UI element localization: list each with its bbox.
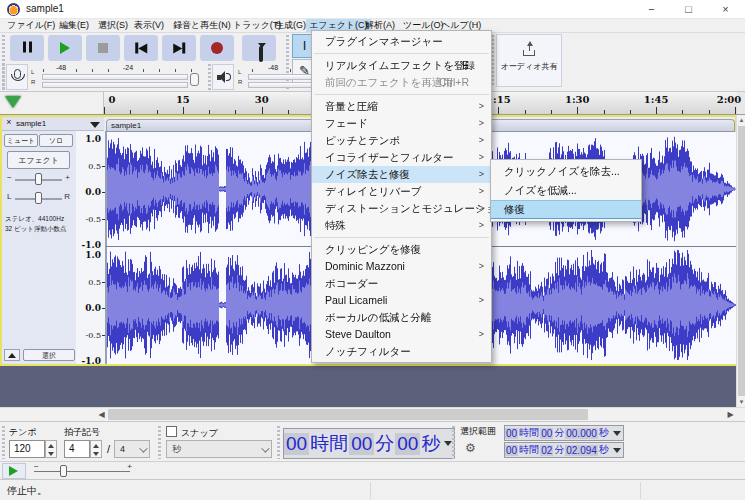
- menu-item[interactable]: 修復: [491, 200, 641, 219]
- end-minutes[interactable]: 02: [540, 445, 553, 456]
- loop-button[interactable]: [242, 35, 276, 61]
- play-meter-button[interactable]: [212, 64, 234, 90]
- selection-range-grip[interactable]: [452, 426, 455, 459]
- menu-view[interactable]: 表示(V): [131, 19, 167, 32]
- menu-generate[interactable]: 生成(G): [272, 19, 309, 32]
- play-at-speed-button[interactable]: [2, 463, 26, 479]
- effects-button[interactable]: エフェクト: [7, 151, 70, 169]
- menu-item[interactable]: 音量と圧縮 >: [312, 98, 491, 115]
- record-button[interactable]: [200, 35, 234, 61]
- minimize-button[interactable]: −: [633, 0, 670, 19]
- time-signature-spinner[interactable]: [90, 440, 102, 458]
- scroll-left-arrow[interactable]: ◀: [95, 408, 108, 421]
- scroll-right-arrow[interactable]: ▶: [724, 408, 737, 421]
- menu-item[interactable]: 前回のエフェクトを再適用 Ctrl+R: [312, 74, 491, 91]
- gain-slider[interactable]: − +: [7, 172, 70, 188]
- vertical-scale-ruler[interactable]: 1.00.50.0-0.5-1.01.00.50.0-0.5-1.0: [76, 131, 106, 364]
- select-track-button[interactable]: 選択: [23, 349, 75, 361]
- end-seconds[interactable]: 02.094: [565, 445, 598, 456]
- solo-button[interactable]: ソロ: [39, 134, 73, 147]
- start-minutes[interactable]: 00: [540, 428, 553, 439]
- pause-button[interactable]: [10, 35, 44, 61]
- menu-item[interactable]: Dominic Mazzoni >: [312, 258, 491, 275]
- close-button[interactable]: ×: [707, 0, 744, 19]
- menu-item[interactable]: ノイズを低減...: [491, 181, 641, 200]
- menu-item[interactable]: リアルタイムエフェクトを登録 E: [312, 57, 491, 74]
- audio-position-field[interactable]: 00時間00分00秒: [283, 428, 455, 459]
- selection-start-field[interactable]: 00時間00分00.000秒: [504, 425, 624, 441]
- gear-icon[interactable]: ⚙: [465, 441, 476, 455]
- tracks-background-area[interactable]: [0, 366, 737, 407]
- menu-item[interactable]: フェード >: [312, 115, 491, 132]
- vertical-scale-tick: [102, 192, 105, 193]
- position-toolbar-grip[interactable]: [277, 426, 280, 459]
- record-meter-bar-right[interactable]: [42, 82, 188, 88]
- snap-checkbox[interactable]: [166, 426, 177, 437]
- position-hours[interactable]: 00: [284, 433, 309, 455]
- menu-item[interactable]: ディレイとリバーブ >: [312, 183, 491, 200]
- menu-item[interactable]: ボコーダー: [312, 275, 491, 292]
- start-hours[interactable]: 00: [505, 428, 518, 439]
- track-name[interactable]: sample1: [16, 119, 46, 128]
- menu-item[interactable]: ノッチフィルター: [312, 343, 491, 360]
- menu-item[interactable]: ピッチとテンポ >: [312, 132, 491, 149]
- speed-slider-thumb[interactable]: [60, 465, 67, 477]
- track-menu-arrow-icon[interactable]: [90, 122, 100, 128]
- menu-item[interactable]: ディストーションとモジュレーション >: [312, 200, 491, 217]
- menu-item[interactable]: プラグインマネージャー: [312, 33, 491, 50]
- play-meter-grip[interactable]: [208, 64, 211, 91]
- vertical-scrollbar[interactable]: ▲ ▼: [736, 115, 745, 407]
- menu-item[interactable]: ボーカルの低減と分離: [312, 309, 491, 326]
- gain-slider-thumb[interactable]: [35, 173, 42, 185]
- horizontal-scrollbar-thumb[interactable]: [108, 409, 588, 420]
- tempo-spinner[interactable]: [45, 440, 57, 458]
- menu-item[interactable]: ノイズ除去と修復 >: [312, 166, 491, 183]
- snap-toolbar-grip[interactable]: [158, 426, 161, 459]
- time-toolbar-grip[interactable]: [2, 426, 5, 459]
- pan-slider-thumb[interactable]: [35, 192, 42, 204]
- menu-transport[interactable]: 録音と再生(N): [170, 19, 234, 32]
- skip-to-start-button[interactable]: [124, 35, 158, 61]
- menu-item[interactable]: Steve Daulton >: [312, 326, 491, 343]
- format-dropdown-icon[interactable]: [613, 431, 621, 436]
- horizontal-scrollbar[interactable]: ◀ ▶: [0, 407, 745, 421]
- format-dropdown-icon[interactable]: [613, 448, 621, 453]
- time-signature-lower-select[interactable]: 4: [114, 440, 150, 458]
- record-meter-button[interactable]: [6, 64, 28, 90]
- record-meter-right-label: R: [31, 79, 35, 85]
- menu-item[interactable]: クリッピングを修復: [312, 241, 491, 258]
- maximize-button[interactable]: □: [670, 0, 707, 19]
- share-audio-button[interactable]: オーディオ共有: [496, 34, 562, 87]
- menu-edit[interactable]: 編集(E): [56, 19, 92, 32]
- menu-item[interactable]: クリックノイズを除去...: [491, 162, 641, 181]
- menu-item[interactable]: 特殊 >: [312, 217, 491, 234]
- vertical-scrollbar-thumb[interactable]: [738, 126, 745, 396]
- track-close-button[interactable]: ×: [4, 117, 14, 127]
- playback-speed-slider[interactable]: − +: [32, 464, 132, 478]
- time-signature-upper-input[interactable]: 4: [64, 440, 90, 458]
- position-seconds[interactable]: 00: [395, 433, 420, 455]
- position-minutes[interactable]: 00: [349, 433, 374, 455]
- mute-button[interactable]: ミュート: [4, 134, 38, 147]
- end-hours[interactable]: 00: [505, 445, 518, 456]
- speed-max-label: +: [127, 462, 132, 471]
- menu-file[interactable]: ファイル(F): [4, 19, 58, 32]
- scroll-up-arrow[interactable]: ▲: [738, 117, 745, 123]
- selection-end-field[interactable]: 00時間02分02.094秒: [504, 442, 624, 458]
- record-volume-slider[interactable]: [190, 73, 199, 86]
- stop-button[interactable]: [86, 35, 120, 61]
- pan-slider[interactable]: L R: [7, 191, 70, 207]
- play-button[interactable]: [48, 35, 82, 61]
- snap-mode-select[interactable]: 秒: [166, 440, 272, 458]
- skip-to-end-button[interactable]: [162, 35, 196, 61]
- record-meter-bar-left[interactable]: [42, 74, 188, 80]
- tempo-input[interactable]: 120: [9, 440, 45, 458]
- menu-item[interactable]: Paul Licameli >: [312, 292, 491, 309]
- record-meter-grip[interactable]: [2, 64, 5, 91]
- collapse-track-button[interactable]: [4, 349, 20, 361]
- menu-item[interactable]: イコライザーとフィルター >: [312, 149, 491, 166]
- start-seconds[interactable]: 00.000: [565, 428, 598, 439]
- playhead-pin-icon[interactable]: [5, 96, 21, 108]
- menu-select[interactable]: 選択(S): [95, 19, 131, 32]
- scroll-down-arrow[interactable]: ▼: [738, 399, 745, 405]
